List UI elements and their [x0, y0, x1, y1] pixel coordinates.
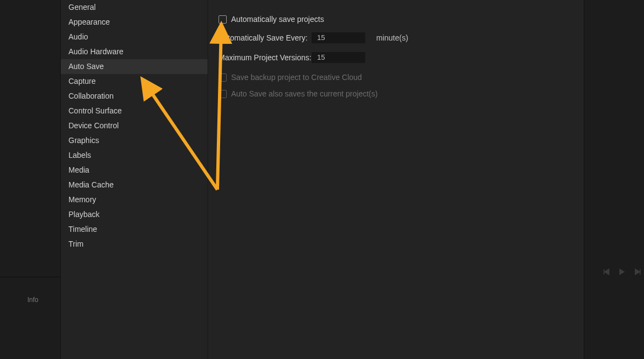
- sidebar-item-memory[interactable]: Memory: [61, 192, 208, 207]
- sidebar-item-playback[interactable]: Playback: [61, 207, 208, 222]
- also-save-current-label: Auto Save also saves the current project…: [231, 90, 378, 98]
- play-icon: [618, 267, 626, 278]
- background-divider: [0, 277, 60, 277]
- also-save-current-checkbox[interactable]: [219, 90, 227, 98]
- sidebar-item-appearance[interactable]: Appearance: [61, 15, 208, 30]
- sidebar-item-media-cache[interactable]: Media Cache: [61, 178, 208, 192]
- preferences-sidebar: General Appearance Audio Audio Hardware …: [61, 0, 208, 359]
- step-forward-icon: [634, 268, 642, 278]
- sidebar-item-audio-hardware[interactable]: Audio Hardware: [61, 44, 208, 59]
- auto-save-checkbox[interactable]: [219, 15, 227, 24]
- backup-cloud-checkbox[interactable]: [219, 73, 227, 82]
- playback-controls-background: [602, 267, 644, 278]
- auto-save-checkbox-label: Automatically save projects: [231, 15, 324, 23]
- sidebar-item-device-control[interactable]: Device Control: [61, 118, 208, 133]
- backup-cloud-label: Save backup project to Creative Cloud: [231, 73, 362, 81]
- sidebar-item-collaboration[interactable]: Collaboration: [61, 89, 208, 104]
- sidebar-item-general[interactable]: General: [61, 0, 208, 15]
- sidebar-item-control-surface[interactable]: Control Surface: [61, 104, 208, 118]
- save-every-row: Automatically Save Every: 15 minute(s): [219, 32, 408, 44]
- sidebar-item-graphics[interactable]: Graphics: [61, 133, 208, 148]
- info-tab-background: Info: [27, 296, 38, 304]
- max-versions-input[interactable]: 15: [312, 52, 365, 63]
- sidebar-item-auto-save[interactable]: Auto Save: [61, 59, 208, 74]
- preferences-content: Automatically save projects Automaticall…: [208, 0, 584, 359]
- also-save-current-row: Auto Save also saves the current project…: [219, 88, 378, 100]
- sidebar-item-audio[interactable]: Audio: [61, 30, 208, 44]
- sidebar-item-trim[interactable]: Trim: [61, 237, 208, 252]
- step-back-icon: [602, 268, 610, 278]
- max-versions-label: Maximum Project Versions:: [219, 53, 312, 62]
- sidebar-item-timeline[interactable]: Timeline: [61, 222, 208, 237]
- max-versions-row: Maximum Project Versions: 15: [219, 52, 365, 64]
- sidebar-item-media[interactable]: Media: [61, 163, 208, 178]
- preferences-dialog: General Appearance Audio Audio Hardware …: [60, 0, 584, 359]
- sidebar-item-labels[interactable]: Labels: [61, 148, 208, 163]
- sidebar-item-capture[interactable]: Capture: [61, 74, 208, 89]
- backup-cloud-row: Save backup project to Creative Cloud: [219, 71, 362, 83]
- auto-save-row: Automatically save projects: [219, 13, 324, 25]
- save-every-unit: minute(s): [376, 33, 408, 42]
- save-every-input[interactable]: 15: [312, 32, 365, 43]
- save-every-label: Automatically Save Every:: [219, 33, 312, 42]
